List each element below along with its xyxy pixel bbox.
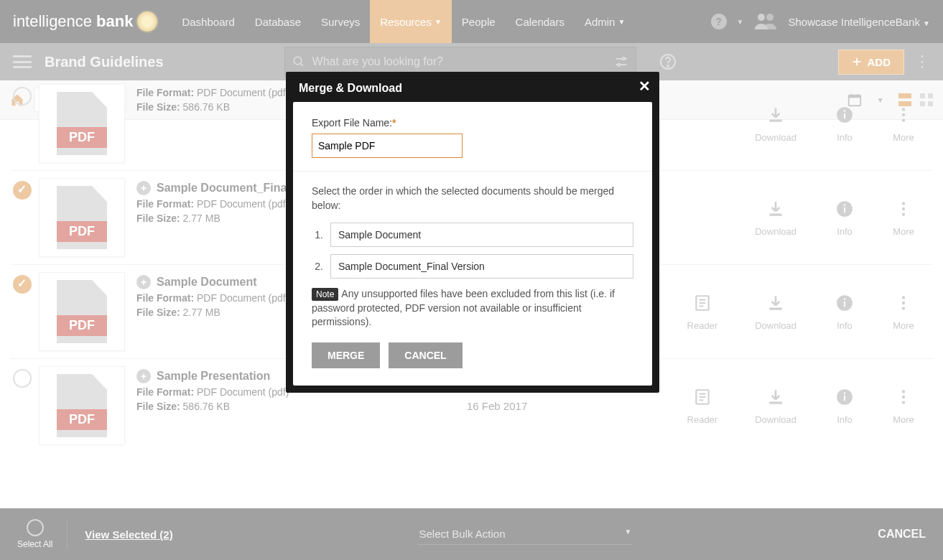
note-badge: Note [312,288,338,301]
merge-order-item[interactable]: 2.Sample Document_Final Version [312,254,633,279]
modal-body: Export File Name:* Select the order in w… [293,102,652,386]
merge-download-modal: Merge & Download ✕ Export File Name:* Se… [286,72,659,393]
modal-title: Merge & Download [293,79,652,102]
note-text: NoteAny unsupported files have been excl… [312,287,633,330]
export-filename-label: Export File Name:* [312,117,396,129]
merge-instruction: Select the order in which the selected d… [312,185,633,213]
modal-cancel-button[interactable]: CANCEL [389,342,462,368]
close-icon[interactable]: ✕ [638,78,651,95]
merge-order-box[interactable]: Sample Document [330,223,633,247]
modal-buttons: MERGE CANCEL [312,342,633,368]
export-filename-input[interactable] [312,134,463,158]
merge-order-list: 1.Sample Document2.Sample Document_Final… [312,223,633,279]
merge-order-box[interactable]: Sample Document_Final Version [330,254,633,279]
merge-button[interactable]: MERGE [312,342,380,368]
merge-order-item[interactable]: 1.Sample Document [312,223,633,247]
divider [293,171,652,172]
